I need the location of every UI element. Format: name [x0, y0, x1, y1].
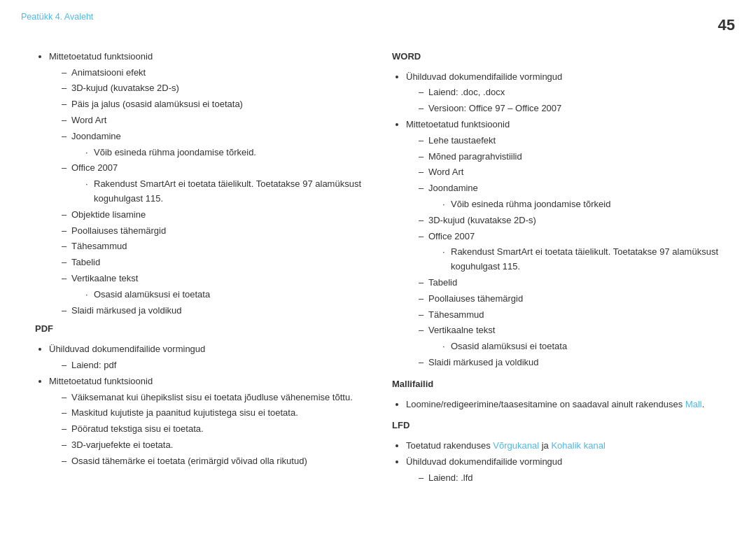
sub-list: Laiend: .doc, .docx Versioon: Office 97 …: [406, 85, 721, 116]
list-item: Tabelid: [419, 276, 721, 290]
list-item: Slaidi märkused ja voldikud: [62, 304, 364, 318]
left-column: Mittetoetatud funktsioonid Animatsiooni …: [35, 50, 364, 493]
sub-list: Laiend: pdf: [49, 358, 364, 373]
list-item: Võib esineda rühma joondamise tõrkeid: [441, 197, 721, 212]
word-title: WORD: [392, 50, 721, 64]
lfd-title: LFD: [392, 419, 721, 433]
list-item: Word Art: [419, 165, 721, 180]
list-item: Poollaiuses tähemärgid: [62, 224, 364, 239]
list-item: Joondamine Võib esineda rühma joondamise…: [62, 129, 364, 160]
mallifailid-title: Mallifailid: [392, 377, 721, 392]
word-list: Ühilduvad dokumendifailide vormingud Lai…: [392, 70, 721, 370]
list-item: Mittetoetatud funktsioonid Lehe taustaef…: [406, 118, 721, 370]
list-item: Rakendust SmartArt ei toetata täielikult…: [441, 245, 721, 274]
list-item: Võib esineda rühma joondamise tõrkeid.: [84, 146, 364, 160]
sub-sub-list: Osasid alamüksusi ei toetata: [71, 288, 364, 302]
sub-list: Väiksemanat kui ühepikslist sisu ei toet…: [49, 391, 364, 469]
list-item: Tähesammud: [62, 239, 364, 254]
list-item: Maskitud kujutiste ja paanitud kujutiste…: [62, 406, 364, 421]
breadcrumb: Peatükk 4. Avaleht: [21, 12, 93, 22]
list-item: 3D-varjuefekte ei toetata.: [62, 438, 364, 453]
list-item: Office 2007 Rakendust SmartArt ei toetat…: [62, 161, 364, 206]
list-item: Word Art: [62, 113, 364, 128]
list-item: Slaidi märkused ja voldikud: [419, 356, 721, 370]
vorgukanal-link[interactable]: Võrgukanal: [493, 440, 539, 451]
list-item: Laiend: pdf: [62, 358, 364, 373]
list-item: Mittetoetatud funktsioonid Animatsiooni …: [49, 50, 364, 318]
list-item: Versioon: Office 97 – Office 2007: [419, 101, 721, 116]
sub-sub-list: Võib esineda rühma joondamise tõrkeid: [428, 197, 721, 212]
list-item: Päis ja jalus (osasid alamüksusi ei toet…: [62, 97, 364, 112]
lfd-list: Toetatud rakenduses Võrgukanal ja Kohali…: [392, 439, 721, 485]
sub-list: Laiend: .lfd: [406, 471, 721, 486]
sub-sub-list: Osasid alamüksusi ei toetata: [428, 339, 721, 354]
list-item: Toetatud rakenduses Võrgukanal ja Kohali…: [406, 439, 721, 454]
pdf-section: PDF Ühilduvad dokumendifailide vormingud…: [35, 322, 364, 468]
list-item: Pööratud tekstiga sisu ei toetata.: [62, 422, 364, 437]
list-item: Vertikaalne tekst Osasid alamüksusi ei t…: [419, 323, 721, 354]
page-number: 45: [718, 13, 735, 37]
list-item: Poollaiuses tähemärgid: [419, 292, 721, 307]
pdf-list: Ühilduvad dokumendifailide vormingud Lai…: [35, 342, 364, 468]
list-item: 3D-kujud (kuvatakse 2D-s): [419, 213, 721, 228]
sub-list: Lehe taustaefekt Mõned paragrahvistiilid…: [406, 134, 721, 370]
list-item: Osasid alamüksusi ei toetata: [441, 339, 721, 354]
list-item: Objektide lisamine: [62, 208, 364, 223]
sub-sub-list: Rakendust SmartArt ei toetata täielikult…: [71, 177, 364, 206]
list-item: Loomine/redigeerimine/taasesitamine on s…: [406, 398, 721, 412]
list-item: Osasid alamüksusi ei toetata: [84, 288, 364, 302]
list-item: Laiend: .doc, .docx: [419, 85, 721, 100]
mallifailid-section: Mallifailid Loomine/redigeerimine/taases…: [392, 377, 721, 412]
sub-sub-list: Võib esineda rühma joondamise tõrkeid.: [71, 146, 364, 160]
list-item: Vertikaalne tekst Osasid alamüksusi ei t…: [62, 272, 364, 302]
list-item: Tabelid: [62, 255, 364, 270]
list-item: Väiksemanat kui ühepikslist sisu ei toet…: [62, 391, 364, 405]
list-item: Joondamine Võib esineda rühma joondamise…: [419, 181, 721, 212]
pdf-title: PDF: [35, 322, 364, 337]
main-features-list: Mittetoetatud funktsioonid Animatsiooni …: [35, 50, 364, 318]
kohalik-kanal-link[interactable]: Kohalik kanal: [551, 440, 605, 451]
list-item: Laiend: .lfd: [419, 471, 721, 486]
word-section: WORD Ühilduvad dokumendifailide vormingu…: [392, 50, 721, 370]
content-area: Mittetoetatud funktsioonid Animatsiooni …: [0, 29, 756, 514]
list-item: 3D-kujud (kuvatakse 2D-s): [62, 81, 364, 96]
list-item: Rakendust SmartArt ei toetata täielikult…: [84, 177, 364, 206]
list-item: Tähesammud: [419, 308, 721, 323]
mallifailid-list: Loomine/redigeerimine/taasesitamine on s…: [392, 398, 721, 412]
list-item: Office 2007 Rakendust SmartArt ei toetat…: [419, 230, 721, 274]
list-item: Lehe taustaefekt: [419, 134, 721, 148]
list-item: Animatsiooni efekt: [62, 66, 364, 80]
list-item: Ühilduvad dokumendifailide vormingud Lai…: [49, 342, 364, 373]
list-item: Mittetoetatud funktsioonid Väiksemanat k…: [49, 374, 364, 469]
list-item: Ühilduvad dokumendifailide vormingud Lai…: [406, 455, 721, 486]
lfd-section: LFD Toetatud rakenduses Võrgukanal ja Ko…: [392, 419, 721, 485]
right-column: WORD Ühilduvad dokumendifailide vormingu…: [392, 50, 721, 493]
page: 45 Peatükk 4. Avaleht Mittetoetatud funk…: [0, 0, 756, 534]
header-bar: Peatükk 4. Avaleht: [0, 0, 756, 29]
sub-list: Animatsiooni efekt 3D-kujud (kuvatakse 2…: [49, 66, 364, 318]
list-item: Osasid tähemärke ei toetata (erimärgid v…: [62, 454, 364, 469]
list-item: Ühilduvad dokumendifailide vormingud Lai…: [406, 70, 721, 116]
list-item: Mõned paragrahvistiilid: [419, 150, 721, 164]
sub-sub-list: Rakendust SmartArt ei toetata täielikult…: [428, 245, 721, 274]
mall-link[interactable]: Mall: [685, 399, 702, 409]
